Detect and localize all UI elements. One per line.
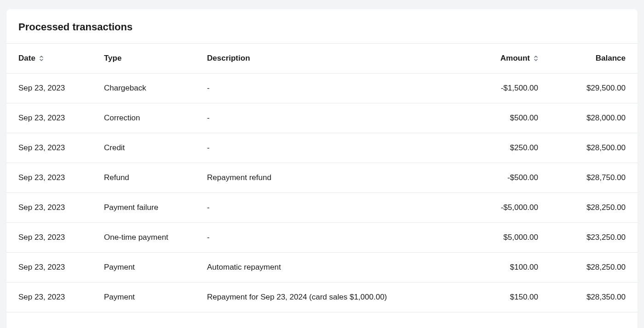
cell-balance: $28,000.00 bbox=[546, 103, 638, 133]
cell-amount: $250.00 bbox=[454, 133, 546, 163]
column-header-type[interactable]: Type bbox=[97, 44, 200, 74]
cell-description: - bbox=[200, 133, 454, 163]
sort-icon bbox=[39, 55, 44, 62]
table-row[interactable]: Sep 23, 2023One-time payment-$5,000.00$2… bbox=[6, 223, 638, 253]
cell-balance: $28,750.00 bbox=[546, 163, 638, 193]
cell-amount: $100.00 bbox=[454, 253, 546, 283]
cell-date: Sep 23, 2023 bbox=[6, 133, 97, 163]
cell-date: Sep 23, 2023 bbox=[6, 253, 97, 283]
cell-type: Payment bbox=[97, 253, 200, 283]
cell-amount: $150.00 bbox=[454, 283, 546, 312]
column-header-date[interactable]: Date bbox=[6, 44, 97, 74]
cell-balance: $28,500.00 bbox=[546, 133, 638, 163]
cell-balance: $23,250.00 bbox=[546, 223, 638, 253]
table-body: Sep 23, 2023Chargeback--$1,500.00$29,500… bbox=[6, 74, 638, 312]
cell-amount: -$5,000.00 bbox=[454, 193, 546, 223]
cell-type: Chargeback bbox=[97, 74, 200, 103]
cell-date: Sep 23, 2023 bbox=[6, 103, 97, 133]
cell-date: Sep 23, 2023 bbox=[6, 193, 97, 223]
cell-amount: $5,000.00 bbox=[454, 223, 546, 253]
cell-date: Sep 23, 2023 bbox=[6, 283, 97, 312]
cell-balance: $28,250.00 bbox=[546, 253, 638, 283]
cell-amount: $500.00 bbox=[454, 103, 546, 133]
column-header-balance[interactable]: Balance bbox=[546, 44, 638, 74]
transactions-card: Processed transactions Date bbox=[6, 9, 638, 328]
table-row[interactable]: Sep 23, 2023Correction-$500.00$28,000.00 bbox=[6, 103, 638, 133]
cell-type: Correction bbox=[97, 103, 200, 133]
cell-description: Repayment for Sep 23, 2024 (card sales $… bbox=[200, 283, 454, 312]
table-row[interactable]: Sep 23, 2023Chargeback--$1,500.00$29,500… bbox=[6, 74, 638, 103]
column-header-description[interactable]: Description bbox=[200, 44, 454, 74]
cell-description: Automatic repayment bbox=[200, 253, 454, 283]
cell-type: One-time payment bbox=[97, 223, 200, 253]
cell-type: Refund bbox=[97, 163, 200, 193]
cell-balance: $28,350.00 bbox=[546, 283, 638, 312]
cell-description: - bbox=[200, 74, 454, 103]
cell-balance: $29,500.00 bbox=[546, 74, 638, 103]
cell-date: Sep 23, 2023 bbox=[6, 223, 97, 253]
cell-description: Repayment refund bbox=[200, 163, 454, 193]
table-row[interactable]: Sep 23, 2023PaymentRepayment for Sep 23,… bbox=[6, 283, 638, 312]
cell-description: - bbox=[200, 223, 454, 253]
cell-type: Payment failure bbox=[97, 193, 200, 223]
column-header-date-label: Date bbox=[18, 54, 35, 63]
card-title: Processed transactions bbox=[6, 9, 638, 43]
cell-description: - bbox=[200, 103, 454, 133]
column-header-amount[interactable]: Amount bbox=[454, 44, 546, 74]
cell-type: Payment bbox=[97, 283, 200, 312]
table-row[interactable]: Sep 23, 2023RefundRepayment refund-$500.… bbox=[6, 163, 638, 193]
cell-date: Sep 23, 2023 bbox=[6, 74, 97, 103]
column-header-amount-label: Amount bbox=[500, 54, 530, 63]
cell-balance: $28,250.00 bbox=[546, 193, 638, 223]
cell-type: Credit bbox=[97, 133, 200, 163]
cell-amount: -$500.00 bbox=[454, 163, 546, 193]
column-header-type-label: Type bbox=[104, 54, 121, 63]
cell-amount: -$1,500.00 bbox=[454, 74, 546, 103]
table-row[interactable]: Sep 23, 2023PaymentAutomatic repayment$1… bbox=[6, 253, 638, 283]
cell-date: Sep 23, 2023 bbox=[6, 163, 97, 193]
cell-description: - bbox=[200, 193, 454, 223]
sort-icon bbox=[534, 55, 538, 62]
transactions-table: Date Type bbox=[6, 43, 638, 312]
table-header-row: Date Type bbox=[6, 44, 638, 74]
table-row[interactable]: Sep 23, 2023Payment failure--$5,000.00$2… bbox=[6, 193, 638, 223]
column-header-description-label: Description bbox=[207, 54, 250, 63]
column-header-balance-label: Balance bbox=[596, 54, 626, 63]
table-row[interactable]: Sep 23, 2023Credit-$250.00$28,500.00 bbox=[6, 133, 638, 163]
